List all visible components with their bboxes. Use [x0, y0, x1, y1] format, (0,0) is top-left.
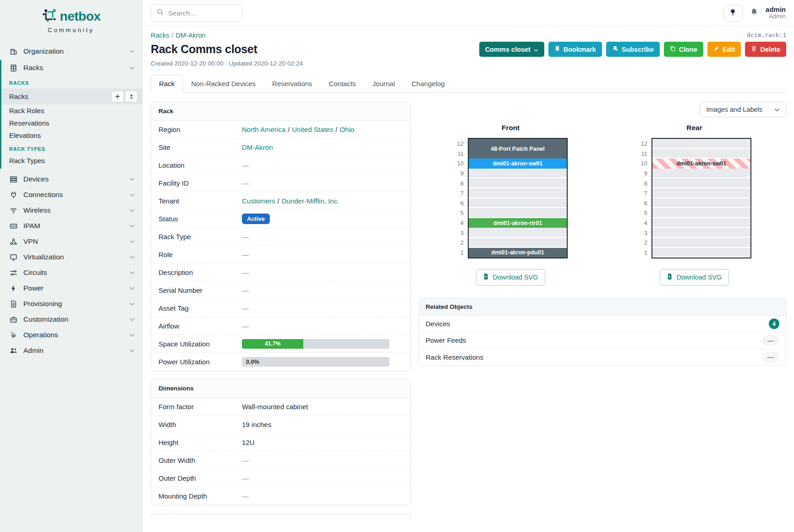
tenant-group-link[interactable]: Customers	[242, 197, 275, 205]
space-utilization-bar: 41.7%	[242, 339, 389, 349]
sidebar-item-elevations[interactable]: Elevations	[1, 129, 142, 142]
tab-rack[interactable]: Rack	[151, 75, 183, 93]
empty-rack-slot[interactable]	[469, 169, 567, 179]
monitor-icon	[9, 253, 17, 261]
search-box[interactable]	[151, 4, 242, 22]
unit-number: 6	[454, 198, 464, 208]
empty-rack-slot[interactable]	[652, 218, 750, 228]
field-row-facility-id: Facility ID —	[151, 174, 411, 192]
page-title: Rack Comms closet	[151, 43, 257, 56]
pencil-icon	[713, 46, 719, 53]
delete-button[interactable]: Delete	[745, 42, 786, 57]
sidebar-item-devices[interactable]: Devices	[0, 171, 142, 187]
sidebar-item-power[interactable]: Power	[0, 280, 142, 296]
empty-rack-slot[interactable]	[652, 169, 750, 179]
region-link[interactable]: Ohio	[340, 126, 354, 133]
edit-button[interactable]: Edit	[707, 42, 741, 57]
sidebar-item-racks-list[interactable]: Racks	[1, 88, 142, 104]
tab-journal[interactable]: Journal	[364, 75, 403, 93]
sidebar-item-vpn[interactable]: VPN	[0, 234, 142, 249]
field-row-status: Status Active	[151, 210, 411, 228]
document-icon	[9, 300, 17, 308]
download-svg-front-button[interactable]: Download SVG	[476, 269, 545, 285]
unit-number: 12	[454, 139, 464, 149]
sidebar-item-rack-roles[interactable]: Rack Roles	[1, 104, 142, 117]
clone-button[interactable]: Clone	[664, 42, 703, 57]
bookmark-button[interactable]: Bookmark	[548, 42, 602, 57]
tab-non-racked-devices[interactable]: Non-Racked Devices	[183, 75, 264, 93]
empty-rack-slot[interactable]	[469, 228, 567, 238]
import-racks-button[interactable]	[125, 91, 137, 102]
brand-logo[interactable]: netbox Community	[0, 0, 142, 36]
rack-device[interactable]: dmi01-akron-pdu01	[469, 248, 567, 258]
panel-title: Rack	[151, 102, 411, 121]
sidebar-item-operations[interactable]: Operations	[0, 327, 142, 343]
rack-device[interactable]: dmi01-akron-sw01	[652, 159, 750, 169]
left-column: Rack Region North America/United States/…	[151, 102, 411, 519]
subscribe-button[interactable]: Subscribe	[606, 42, 660, 57]
sidebar-item-admin[interactable]: Admin	[0, 343, 142, 358]
unit-number: 4	[637, 218, 647, 228]
search-input[interactable]	[168, 9, 228, 17]
tab-changelog[interactable]: Changelog	[403, 75, 453, 93]
empty-rack-slot[interactable]	[469, 188, 567, 198]
bell-plus-icon	[612, 45, 619, 53]
empty-rack-slot[interactable]	[652, 188, 750, 198]
empty-rack-slot[interactable]	[652, 149, 750, 159]
region-link[interactable]: United States	[292, 126, 333, 133]
elevation-display-select[interactable]: Images and Labels	[700, 102, 786, 117]
sidebar-item-rack-types[interactable]: Rack Types	[1, 154, 142, 167]
panel-title: Related Objects	[419, 298, 786, 316]
sidebar-item-organization[interactable]: Organization	[0, 44, 142, 59]
related-row-rack-reservations[interactable]: Rack Reservations —	[419, 349, 786, 365]
tab-contacts[interactable]: Contacts	[321, 75, 364, 93]
count-badge[interactable]: 4	[769, 318, 779, 329]
sidebar-item-ipam[interactable]: IPAM	[0, 218, 142, 234]
empty-rack-slot[interactable]	[469, 208, 567, 218]
empty-rack-slot[interactable]	[652, 238, 750, 248]
empty-rack-slot[interactable]	[652, 208, 750, 218]
rack-device[interactable]: dmi01-akron-sw01	[469, 159, 567, 169]
add-rack-button[interactable]	[111, 91, 124, 102]
related-row-devices[interactable]: Devices 4	[419, 316, 786, 332]
chevron-down-icon	[534, 46, 538, 53]
count-badge-empty: —	[762, 335, 779, 346]
breadcrumb-racks[interactable]: Racks	[151, 32, 169, 39]
empty-rack-slot[interactable]	[469, 238, 567, 248]
notifications-button[interactable]	[750, 8, 758, 18]
tab-reservations[interactable]: Reservations	[264, 75, 321, 93]
tenant-link[interactable]: Dunder-Mifflin, Inc.	[282, 197, 340, 205]
user-menu[interactable]: admin Admin	[766, 5, 786, 20]
field-row-site: Site DM-Akron	[151, 138, 411, 156]
empty-rack-slot[interactable]	[652, 248, 750, 258]
dimensions-panel: Dimensions Form factor Wall-mounted cabi…	[151, 379, 411, 505]
sidebar-item-provisioning[interactable]: Provisioning	[0, 296, 142, 312]
empty-rack-slot[interactable]	[652, 178, 750, 188]
unit-number: 1	[637, 248, 647, 258]
empty-rack-slot[interactable]	[652, 228, 750, 238]
breadcrumb-site[interactable]: DM-Akron	[175, 32, 205, 39]
region-link[interactable]: North America	[242, 126, 285, 133]
elevation-title-rear: Rear	[686, 124, 702, 132]
sidebar-item-customization[interactable]: Customization	[0, 312, 142, 327]
sidebar-item-virtualization[interactable]: Virtualization	[0, 249, 142, 265]
sidebar-item-racks[interactable]: Racks	[1, 60, 142, 76]
download-svg-rear-button[interactable]: Download SVG	[660, 269, 728, 285]
app-window: netbox Community Organization	[0, 0, 794, 532]
theme-toggle-button[interactable]	[723, 5, 743, 22]
netbox-logo-icon	[42, 8, 56, 25]
context-dropdown-button[interactable]: Comms closet	[479, 42, 544, 57]
sidebar-item-circuits[interactable]: Circuits	[0, 265, 142, 280]
sidebar-item-wireless[interactable]: Wireless	[0, 203, 142, 218]
sidebar-item-connections[interactable]: Connections	[0, 187, 142, 203]
empty-rack-slot[interactable]	[469, 198, 567, 208]
empty-rack-slot[interactable]	[469, 178, 567, 188]
site-link[interactable]: DM-Akron	[242, 143, 273, 151]
rack-device[interactable]: 48-Port Patch Panel	[469, 139, 567, 159]
rack-device[interactable]: dmi01-akron-rtr01	[469, 218, 567, 228]
section-header-racks: RACKS	[1, 76, 142, 88]
related-row-power-feeds[interactable]: Power Feeds —	[419, 332, 786, 349]
empty-rack-slot[interactable]	[652, 139, 750, 149]
empty-rack-slot[interactable]	[652, 198, 750, 208]
sidebar-item-reservations[interactable]: Reservations	[1, 117, 142, 129]
